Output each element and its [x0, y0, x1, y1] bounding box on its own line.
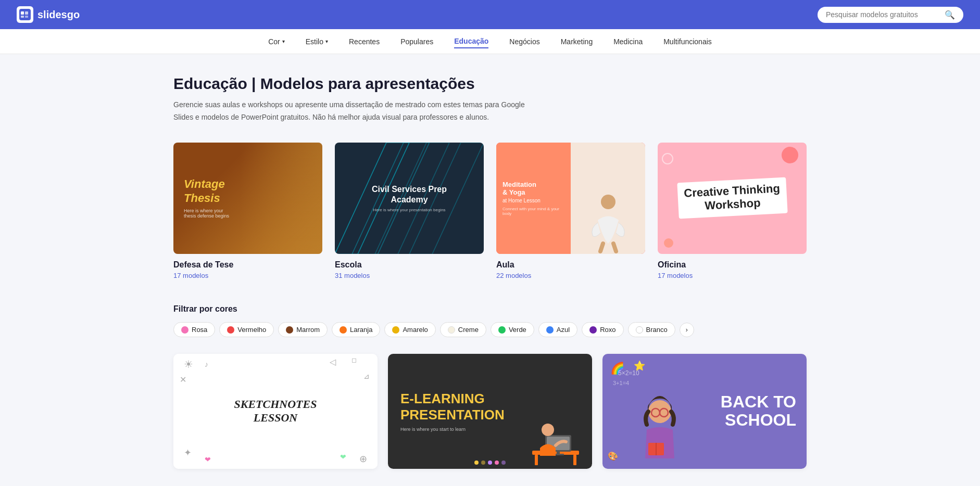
color-label-vermelho: Vermelho — [237, 326, 266, 334]
nav-label-cor: Cor — [268, 37, 280, 46]
sketchnotes-title: SKETCHNOTESLESSON — [234, 398, 317, 425]
color-chip-vermelho[interactable]: Vermelho — [219, 322, 274, 337]
color-dot-creme — [448, 326, 455, 334]
nav-item-recentes[interactable]: Recentes — [349, 35, 380, 48]
nav-item-populares[interactable]: Populares — [400, 35, 433, 48]
elearning-person-illustration — [530, 396, 582, 469]
chevron-down-icon: ▾ — [325, 39, 328, 44]
color-dot-roxo — [589, 326, 597, 334]
main-nav: Cor ▾ Estilo ▾ Recentes Populares Educaç… — [0, 29, 980, 54]
category-count-escola: 31 modelos — [335, 272, 484, 279]
color-label-amarelo: Amarelo — [403, 326, 428, 334]
svg-rect-12 — [573, 455, 576, 465]
svg-rect-11 — [535, 455, 538, 465]
category-card-defesa-de-tese[interactable]: VintageThesis Here is where yourthesis d… — [173, 143, 322, 280]
nav-item-medicina[interactable]: Medicina — [613, 35, 643, 48]
nav-item-cor[interactable]: Cor ▾ — [268, 35, 285, 48]
category-name-escola: Escola — [335, 260, 484, 270]
template-card-backtoschool[interactable]: 🌈 ⭐ 🎨 5×2=10 3+1=4 — [602, 354, 807, 469]
color-dot-laranja — [340, 326, 347, 334]
workshop-thumb-title: Creative ThinkingWorkshop — [677, 177, 787, 219]
svg-rect-3 — [21, 16, 24, 18]
color-label-azul: Azul — [557, 326, 570, 334]
nav-item-negocios[interactable]: Negócios — [509, 35, 539, 48]
category-count-oficina: 17 modelos — [658, 272, 807, 279]
svg-rect-4 — [25, 16, 28, 18]
yoga-thumb-left: Meditation& Yoga at Home Lesson Connect … — [496, 143, 571, 254]
nav-label-marketing: Marketing — [561, 37, 593, 46]
category-name-thesis: Defesa de Tese — [173, 260, 322, 270]
logo-icon — [17, 6, 33, 23]
nav-item-multifuncionais[interactable]: Multifuncionais — [663, 35, 712, 48]
category-grid: VintageThesis Here is where yourthesis d… — [173, 143, 807, 280]
nav-label-recentes: Recentes — [349, 37, 380, 46]
color-dot-vermelho — [227, 326, 234, 334]
category-name-oficina: Oficina — [658, 260, 807, 270]
logo[interactable]: slidesgo — [17, 6, 80, 23]
category-card-escola[interactable]: Civil Services PrepAcademy Here is where… — [335, 143, 484, 280]
category-card-oficina[interactable]: Creative ThinkingWorkshop Oficina 17 mod… — [658, 143, 807, 280]
color-chip-azul[interactable]: Azul — [538, 322, 577, 337]
template-card-sketchnotes[interactable]: ☀ ♪ ◁ ◻ ✕ ✦ ❤ ❤ ⊕ ⊿ SKETCHNOTESLESSON — [173, 354, 378, 469]
color-dot-rosa — [181, 326, 189, 334]
color-dot-azul — [546, 326, 554, 334]
elearning-title: E-LEARNINGPRESENTATION — [400, 391, 505, 423]
svg-rect-15 — [557, 452, 560, 454]
category-thumb-workshop: Creative ThinkingWorkshop — [658, 143, 807, 254]
backtoschool-title: BACK TOSCHOOL — [721, 393, 796, 429]
svg-rect-2 — [25, 11, 28, 15]
category-count-thesis: 17 modelos — [173, 272, 322, 279]
logo-text: slidesgo — [37, 9, 80, 21]
color-label-marrom: Marrom — [296, 326, 320, 334]
nav-label-negocios: Negócios — [509, 37, 539, 46]
color-dot-verde — [498, 326, 506, 334]
color-chip-branco[interactable]: Branco — [628, 322, 675, 337]
header: slidesgo 🔍 — [0, 0, 980, 29]
template-card-elearning[interactable]: E-LEARNINGPRESENTATION Here is where you… — [388, 354, 592, 469]
color-label-roxo: Roxo — [600, 326, 615, 334]
thesis-thumb-subtitle: Here is where yourthesis defense begins — [184, 208, 229, 219]
color-dot-amarelo — [392, 326, 399, 334]
color-chip-creme[interactable]: Creme — [440, 322, 486, 337]
school-thumb-text: Civil Services PrepAcademy Here is where… — [372, 184, 447, 213]
yoga-thumb-right — [571, 143, 645, 254]
color-chip-marrom[interactable]: Marrom — [278, 322, 328, 337]
color-dot-marrom — [286, 326, 293, 334]
category-thumb-thesis: VintageThesis Here is where yourthesis d… — [173, 143, 322, 254]
category-thumb-school: Civil Services PrepAcademy Here is where… — [335, 143, 484, 254]
page-title: Educação | Modelos para apresentações — [173, 75, 807, 93]
svg-point-17 — [542, 424, 554, 436]
nav-item-estilo[interactable]: Estilo ▾ — [306, 35, 328, 48]
chevron-down-icon: ▾ — [282, 39, 285, 44]
color-chip-rosa[interactable]: Rosa — [173, 322, 215, 337]
template-grid: ☀ ♪ ◁ ◻ ✕ ✦ ❤ ❤ ⊕ ⊿ SKETCHNOTESLESSON — [173, 354, 807, 469]
nav-label-medicina: Medicina — [613, 37, 643, 46]
category-card-aula[interactable]: Meditation& Yoga at Home Lesson Connect … — [496, 143, 645, 280]
color-label-laranja: Laranja — [350, 326, 372, 334]
main-content: Educação | Modelos para apresentações Ge… — [157, 54, 823, 485]
thesis-thumb-title: VintageThesis — [184, 177, 229, 205]
nav-label-estilo: Estilo — [306, 37, 323, 46]
search-icon[interactable]: 🔍 — [945, 10, 955, 20]
color-filter-next-button[interactable]: › — [680, 323, 694, 337]
nav-item-marketing[interactable]: Marketing — [561, 35, 593, 48]
page-title-section: Educação | Modelos para apresentações Ge… — [173, 75, 807, 124]
color-dot-branco — [636, 326, 643, 334]
nav-label-populares: Populares — [400, 37, 433, 46]
template-thumb-elearning: E-LEARNINGPRESENTATION Here is where you… — [388, 354, 592, 469]
nav-label-educacao: Educação — [454, 37, 488, 45]
nav-label-multifuncionais: Multifuncionais — [663, 37, 712, 46]
search-input[interactable] — [826, 10, 940, 19]
search-bar[interactable]: 🔍 — [818, 7, 963, 23]
color-chip-amarelo[interactable]: Amarelo — [384, 322, 435, 337]
color-chip-laranja[interactable]: Laranja — [332, 322, 380, 337]
svg-rect-0 — [19, 9, 31, 20]
nav-item-educacao[interactable]: Educação — [454, 35, 488, 48]
color-chip-roxo[interactable]: Roxo — [582, 322, 623, 337]
color-chip-verde[interactable]: Verde — [491, 322, 534, 337]
color-filters: Rosa Vermelho Marrom Laranja Amarelo Cre… — [173, 322, 807, 337]
category-count-aula: 22 modelos — [496, 272, 645, 279]
category-name-aula: Aula — [496, 260, 645, 270]
svg-rect-1 — [21, 11, 24, 15]
category-thumb-yoga: Meditation& Yoga at Home Lesson Connect … — [496, 143, 645, 254]
